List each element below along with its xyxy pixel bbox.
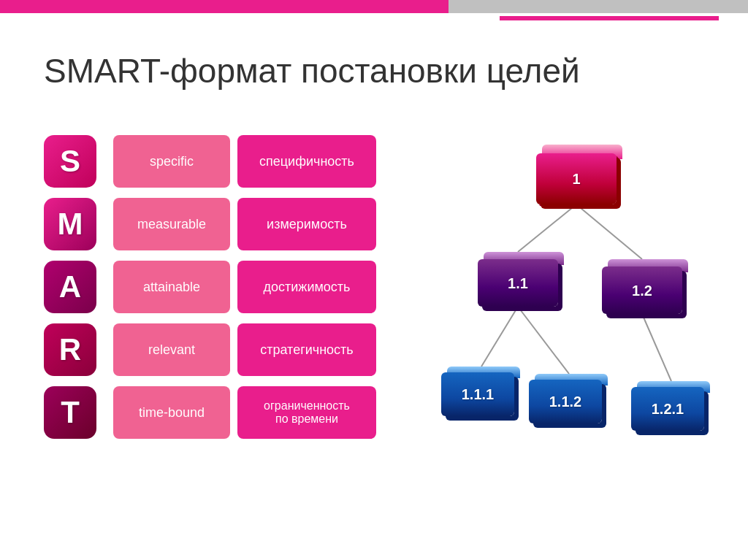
letter-t: T [44, 386, 96, 439]
node-1-label: 1 [536, 171, 617, 188]
russian-labels-column: специфичность измеримость достижимость с… [237, 135, 376, 439]
node-121-label: 1.2.1 [631, 401, 704, 418]
letter-m: M [44, 198, 96, 250]
svg-line-2 [481, 307, 518, 367]
label-timebound-en: time-bound [113, 386, 230, 439]
node-11-label: 1.1 [478, 275, 558, 291]
label-specific-en: specific [113, 135, 230, 188]
node-112: 1.1.2 [529, 380, 602, 423]
label-attainable-en: attainable [113, 261, 230, 313]
node-12-label: 1.2 [602, 282, 682, 299]
top-accent [500, 16, 719, 20]
top-bar [0, 0, 748, 13]
smart-letters-column: S M A R T [44, 135, 96, 439]
node-11: 1.1 [478, 259, 558, 307]
label-measurable-en: measurable [113, 198, 230, 250]
node-111: 1.1.1 [441, 372, 514, 416]
node-1: 1 [536, 153, 617, 204]
page-title: SMART-формат постановки целей [44, 51, 580, 91]
svg-line-3 [518, 307, 569, 374]
label-specific-ru: специфичность [237, 135, 376, 188]
svg-line-1 [576, 204, 642, 259]
letter-r: R [44, 323, 96, 376]
hierarchy-diagram: 1 1.1 1.2 1.1.1 1.1.2 1.2.1 [434, 139, 726, 504]
letter-s: S [44, 135, 96, 188]
label-relevant-en: relevant [113, 323, 230, 376]
label-relevant-ru: стратегичность [237, 323, 376, 376]
node-112-label: 1.1.2 [529, 394, 602, 410]
label-measurable-ru: измеримость [237, 198, 376, 250]
svg-line-4 [642, 314, 671, 381]
node-111-label: 1.1.1 [441, 386, 514, 403]
label-attainable-ru: достижимость [237, 261, 376, 313]
node-12: 1.2 [602, 266, 682, 314]
node-121: 1.2.1 [631, 387, 704, 431]
english-labels-column: specific measurable attainable relevant … [113, 135, 230, 439]
label-timebound-ru: ограниченность по времени [237, 386, 376, 439]
svg-line-0 [518, 204, 576, 252]
letter-a: A [44, 261, 96, 313]
